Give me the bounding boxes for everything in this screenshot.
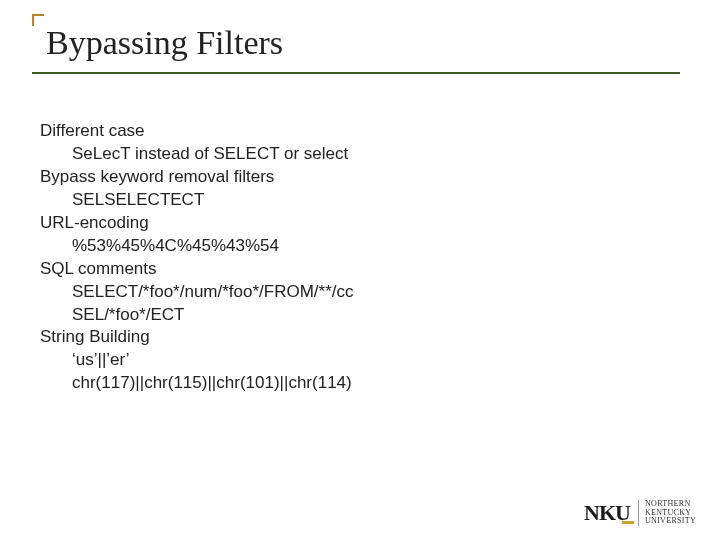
body-line: %53%45%4C%45%43%54 — [72, 235, 660, 258]
body-line: Different case — [40, 120, 660, 143]
body-line: SELECT/*foo*/num/*foo*/FROM/**/cc — [72, 281, 660, 304]
body-line: SQL comments — [40, 258, 660, 281]
body-line: Bypass keyword removal filters — [40, 166, 660, 189]
slide-body: Different case SeLecT instead of SELECT … — [40, 120, 660, 395]
logo-text: NORTHERN KENTUCKY UNIVERSITY — [638, 500, 696, 525]
footer-logo: NKU NORTHERN KENTUCKY UNIVERSITY — [584, 500, 696, 526]
body-line: SELSELECTECT — [72, 189, 660, 212]
slide-title: Bypassing Filters — [32, 18, 680, 72]
body-line: SeLecT instead of SELECT or select — [72, 143, 660, 166]
logo-mark: NKU — [584, 500, 630, 526]
body-line: SEL/*foo*/ECT — [72, 304, 660, 327]
body-line: URL-encoding — [40, 212, 660, 235]
title-area: Bypassing Filters — [32, 18, 680, 74]
body-line: ‘us’||’er’ — [72, 349, 660, 372]
logo-line: UNIVERSITY — [645, 516, 696, 525]
body-line: chr(117)||chr(115)||chr(101)||chr(114) — [72, 372, 660, 395]
body-line: String Building — [40, 326, 660, 349]
slide: Bypassing Filters Different case SeLecT … — [0, 0, 720, 540]
